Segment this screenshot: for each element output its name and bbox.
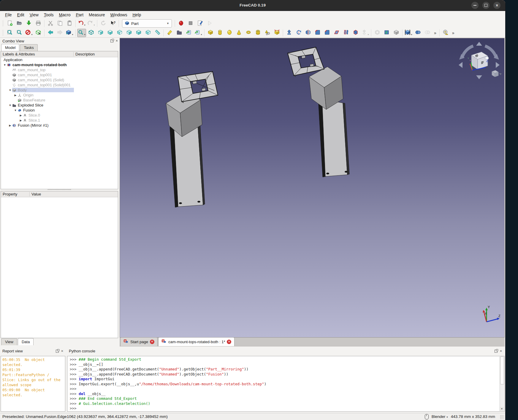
make-face-button[interactable] — [332, 29, 341, 37]
collapse-icon[interactable]: ▼ — [8, 104, 12, 107]
tree-item-origin[interactable]: ▶Origin — [1, 93, 118, 98]
minimize-button[interactable] — [471, 2, 479, 9]
boolean-union-button[interactable] — [414, 29, 422, 37]
maximize-button[interactable] — [482, 2, 490, 9]
panel-splitter[interactable] — [47, 189, 71, 190]
new-file-button[interactable] — [5, 19, 14, 28]
tree-item-exploded-slice[interactable]: ▼Exploded Slice — [1, 103, 118, 108]
thickness-button[interactable] — [373, 29, 382, 37]
open-file-button[interactable] — [15, 19, 24, 28]
extrude-button[interactable] — [285, 29, 294, 37]
document-tab-model[interactable]: cam-mount-tops-rotated-both : 1*✕ — [158, 337, 235, 346]
scrollbar-thumb[interactable] — [500, 357, 504, 384]
navigation-cube[interactable]: x Y Z — [457, 41, 501, 89]
collapse-icon[interactable]: ▼ — [13, 109, 18, 112]
toolbar-grip[interactable] — [2, 20, 4, 27]
prim-torus-button[interactable] — [244, 29, 253, 37]
group-button[interactable] — [175, 29, 184, 37]
tree-item-application[interactable]: Application — [1, 57, 118, 62]
float-report-button[interactable] — [55, 349, 59, 353]
prim-sphere-button[interactable] — [225, 29, 234, 37]
shape-2d-view-button[interactable]: F — [382, 29, 391, 37]
prim-tube-button[interactable] — [254, 29, 262, 37]
float-panel-button[interactable] — [110, 39, 114, 43]
prim-box-button[interactable] — [206, 29, 215, 37]
tree-item-body[interactable]: ▼Body — [1, 88, 118, 93]
tree-item-cam-mount-top001[interactable]: cam_mount_top001 — [1, 72, 118, 77]
close-report-button[interactable]: ✕ — [60, 349, 64, 353]
section-button[interactable] — [392, 29, 401, 37]
tab-data[interactable]: Data — [18, 338, 34, 345]
toolbar-overflow-icon[interactable]: » — [432, 31, 438, 35]
prim-cone-button[interactable] — [235, 29, 243, 37]
export-link-group-button[interactable]: ▾ — [194, 29, 203, 37]
float-console-button[interactable] — [494, 349, 498, 353]
close-panel-button[interactable]: ✕ — [115, 39, 119, 43]
undo-button[interactable]: ▾ — [77, 19, 86, 28]
tree-item-slice-1[interactable]: ▶Slice.1 — [1, 118, 118, 123]
close-button[interactable]: × — [493, 2, 500, 9]
shape-from-mesh-button[interactable] — [165, 29, 174, 37]
export-link-button[interactable] — [184, 29, 193, 37]
tree-item-cam-mount-top001-solid[interactable]: cam_mount_top001 (Solid) — [1, 77, 118, 82]
view-right-button[interactable] — [115, 29, 124, 37]
toolbar-grip[interactable] — [2, 30, 4, 36]
zoom-tool-button[interactable]: ▾ — [77, 29, 86, 37]
redo-button[interactable]: ▾ — [87, 19, 96, 28]
ruled-surface-button[interactable] — [342, 29, 351, 37]
shape-builder-button[interactable] — [263, 29, 272, 37]
box-select-button[interactable] — [34, 29, 43, 37]
print-button[interactable] — [34, 19, 43, 28]
3d-viewport[interactable]: x Y Z Y — [120, 38, 505, 338]
nav-forward-button[interactable] — [56, 29, 64, 37]
expand-icon[interactable]: ▶ — [19, 119, 23, 122]
python-console-content[interactable]: >>> ### Begin command Std_Export>>> __ob… — [67, 356, 505, 412]
tab-view[interactable]: View — [1, 338, 17, 345]
prim-cylinder-button[interactable] — [216, 29, 224, 37]
save-file-button[interactable] — [24, 19, 33, 28]
view-bottom-button[interactable] — [134, 29, 143, 37]
menu-part[interactable]: Part — [73, 12, 86, 18]
fit-all-button[interactable] — [5, 29, 14, 37]
document-tab-start-page[interactable]: Start page✕ — [120, 337, 158, 346]
view-axono-button[interactable] — [87, 29, 96, 37]
collapse-icon[interactable]: ▼ — [3, 63, 7, 66]
view-left-button[interactable] — [144, 29, 153, 37]
close-tab-icon[interactable]: ✕ — [150, 340, 154, 344]
menu-file[interactable]: File — [2, 12, 15, 18]
cut-button[interactable] — [46, 19, 55, 28]
menu-macro[interactable]: Macro — [56, 12, 73, 18]
console-scrollbar[interactable]: ▼ — [500, 357, 504, 411]
measure-distance-button[interactable] — [153, 29, 162, 37]
scrollbar-down-icon[interactable]: ▼ — [500, 407, 504, 411]
close-console-button[interactable]: ✕ — [499, 349, 503, 353]
tree-item-slice-0[interactable]: ▶Slice.0 — [1, 113, 118, 118]
menu-view[interactable]: View — [27, 12, 41, 18]
mirror-button[interactable] — [304, 29, 313, 37]
expand-icon[interactable]: ▶ — [8, 124, 12, 127]
paste-button[interactable] — [65, 19, 74, 28]
menu-tools[interactable]: Tools — [41, 12, 56, 18]
collapse-icon[interactable]: ▼ — [8, 89, 12, 92]
macro-edit-button[interactable] — [196, 19, 205, 28]
resize-grip[interactable] — [500, 415, 504, 419]
menu-windows[interactable]: Windows — [108, 12, 130, 18]
expand-icon[interactable]: ▶ — [19, 114, 23, 117]
view-isometric-button[interactable]: ▾ — [65, 29, 74, 37]
whats-this-button[interactable]: ? — [108, 19, 117, 28]
fillet-button[interactable] — [313, 29, 322, 37]
nav-back-button[interactable] — [46, 29, 55, 37]
macro-stop-button[interactable] — [186, 19, 195, 28]
chamfer-button[interactable] — [323, 29, 332, 37]
refresh-button[interactable] — [99, 19, 108, 28]
toolbar-overflow-icon[interactable]: » — [450, 31, 456, 35]
close-tab-icon[interactable]: ✕ — [227, 340, 231, 344]
macro-record-button[interactable] — [177, 19, 186, 28]
revolve-button[interactable] — [294, 29, 303, 37]
fit-selection-button[interactable] — [15, 29, 24, 37]
boolean-cut-button[interactable] — [423, 29, 432, 37]
view-rear-button[interactable] — [125, 29, 134, 37]
primitives-dialog-button[interactable] — [273, 29, 281, 37]
tab-model[interactable]: Model — [1, 44, 19, 51]
view-front-button[interactable] — [96, 29, 105, 37]
